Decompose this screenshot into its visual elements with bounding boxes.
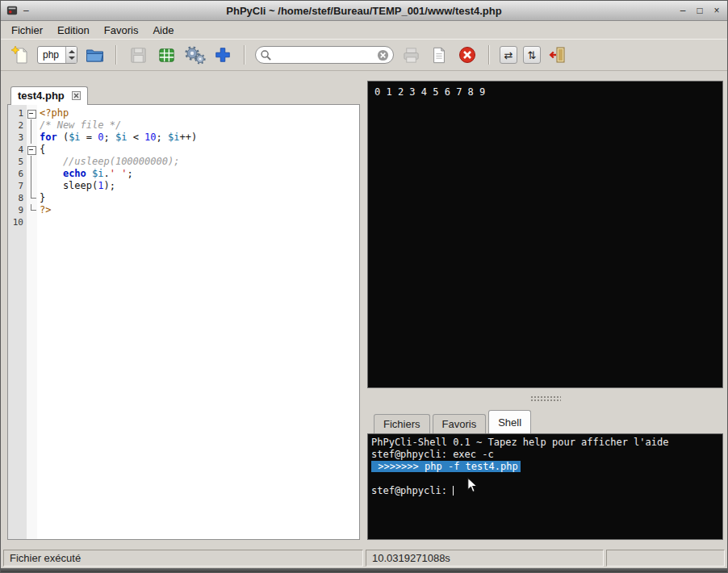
window-shade-button[interactable]: ‒ xyxy=(23,5,29,16)
code-line[interactable]: 6 echo $i.' '; xyxy=(8,168,359,180)
save-button[interactable] xyxy=(127,44,149,66)
code-text: ?> xyxy=(37,204,51,216)
right-panel: 0 1 2 3 4 5 6 7 8 9 FichiersFavorisShell… xyxy=(367,81,723,540)
php-language-select[interactable]: php xyxy=(37,46,77,64)
new-file-icon xyxy=(10,45,30,65)
maximize-button[interactable]: □ xyxy=(695,5,705,16)
code-text: //usleep(100000000); xyxy=(37,156,179,168)
menu-item-fichier[interactable]: Fichier xyxy=(4,23,50,38)
code-token: $i xyxy=(92,168,103,179)
shell-console[interactable]: PhPyCli-Shell 0.1 ~ Tapez help pour affi… xyxy=(367,433,723,540)
plus-icon xyxy=(214,46,232,64)
fold-marker-icon xyxy=(27,168,37,180)
tab-shell[interactable]: Shell xyxy=(488,410,531,433)
main-area: test4.php 1<?php2/* New file */3for ($i … xyxy=(1,71,727,548)
code-text xyxy=(37,216,40,228)
fold-toggle-icon[interactable] xyxy=(27,144,37,156)
code-line[interactable]: 1<?php xyxy=(8,107,359,119)
tab-fichiers[interactable]: Fichiers xyxy=(374,414,430,433)
document-button[interactable] xyxy=(428,44,450,66)
line-number: 1 xyxy=(8,107,27,119)
line-number: 10 xyxy=(8,216,27,228)
fold-marker-icon xyxy=(27,204,37,216)
splitter-grip-icon xyxy=(530,395,561,401)
tab-favoris[interactable]: Favoris xyxy=(433,414,487,433)
code-line[interactable]: 9?> xyxy=(8,204,359,216)
print-button[interactable] xyxy=(400,44,422,66)
toolbar-separator xyxy=(488,45,490,65)
code-text: echo $i.' '; xyxy=(37,168,133,180)
toolbar-separator xyxy=(115,45,117,65)
code-token: = xyxy=(81,132,98,143)
shell-line: stef@phpycli: exec -c xyxy=(371,449,719,461)
grid-export-button[interactable] xyxy=(155,44,178,66)
code-token: ; xyxy=(127,168,132,179)
menu-item-favoris[interactable]: Favoris xyxy=(97,23,146,38)
minimize-button[interactable]: – xyxy=(678,5,688,16)
status-message: Fichier exécuté xyxy=(3,550,363,567)
tab-test4-php[interactable]: test4.php xyxy=(10,86,88,105)
swap-horizontal-button[interactable]: ⇄ xyxy=(500,46,517,64)
shell-line: >>>>>>> php -f test4.php xyxy=(371,461,719,473)
search-input[interactable] xyxy=(275,49,374,61)
new-file-button[interactable] xyxy=(9,44,31,66)
menu-item-aide[interactable]: Aide xyxy=(145,23,181,38)
shell-line-text: PhPyCli-Shell 0.1 ~ Tapez help pour affi… xyxy=(371,437,668,448)
close-button[interactable]: × xyxy=(712,5,722,16)
code-editor[interactable]: 1<?php2/* New file */3for ($i = 0; $i < … xyxy=(7,104,360,540)
code-text: for ($i = 0; $i < 10; $i++) xyxy=(37,132,197,144)
status-execution-time: 10.0319271088s xyxy=(366,550,604,567)
fold-marker-icon xyxy=(27,180,37,192)
code-token: ; xyxy=(157,132,168,143)
fold-toggle-icon[interactable] xyxy=(27,107,37,119)
tab-close-icon[interactable] xyxy=(72,91,81,100)
code-line[interactable]: 2/* New file */ xyxy=(8,119,359,132)
menu-item-edition[interactable]: Edition xyxy=(50,23,97,38)
code-token: ( xyxy=(57,132,69,143)
code-token: echo xyxy=(63,168,86,179)
search-icon xyxy=(260,49,272,61)
code-token: 10 xyxy=(144,132,156,143)
fold-marker-icon xyxy=(27,132,37,144)
code-line[interactable]: 4{ xyxy=(8,144,359,156)
titlebar[interactable]: ‒ PhPyCli ~ /home/stef/Bureau/TEMP_001/w… xyxy=(1,1,727,21)
code-text: { xyxy=(37,144,45,156)
line-number: 3 xyxy=(8,132,27,144)
shell-line: PhPyCli-Shell 0.1 ~ Tapez help pour affi… xyxy=(371,437,719,449)
shell-line xyxy=(371,473,719,485)
folder-icon xyxy=(85,45,105,65)
add-button[interactable] xyxy=(211,44,234,66)
code-token: ++) xyxy=(179,132,197,143)
window-bottom-edge xyxy=(1,568,727,572)
code-token: { xyxy=(40,144,45,155)
code-line[interactable]: 10 xyxy=(8,216,359,228)
code-line[interactable]: 5 //usleep(100000000); xyxy=(8,156,359,168)
search-field[interactable] xyxy=(255,46,394,64)
text-cursor xyxy=(453,486,454,496)
code-text: } xyxy=(37,192,45,204)
stop-button[interactable] xyxy=(456,44,479,66)
open-folder-button[interactable] xyxy=(83,44,106,66)
shell-line-text: stef@phpycli: xyxy=(371,485,453,496)
clear-search-icon[interactable] xyxy=(377,49,389,61)
code-token: //usleep(100000000); xyxy=(40,156,179,167)
menubar: FichierEditionFavorisAide xyxy=(1,21,727,39)
code-token: $i xyxy=(115,132,127,143)
select-spinner-icon[interactable] xyxy=(65,47,77,63)
editor-tabbar: test4.php xyxy=(7,86,360,104)
code-area: 1<?php2/* New file */3for ($i = 0; $i < … xyxy=(8,107,359,228)
grid-icon xyxy=(157,46,176,65)
code-line[interactable]: 3for ($i = 0; $i < 10; $i++) xyxy=(8,132,359,144)
execute-button[interactable] xyxy=(183,44,206,66)
swap-vertical-icon: ⇅ xyxy=(528,49,537,61)
output-console[interactable]: 0 1 2 3 4 5 6 7 8 9 xyxy=(367,81,723,388)
quit-button[interactable] xyxy=(546,44,569,66)
code-line[interactable]: 7 sleep(1); xyxy=(8,180,359,192)
document-icon xyxy=(430,46,448,65)
line-number: 4 xyxy=(8,144,27,156)
swap-vertical-button[interactable]: ⇅ xyxy=(523,46,541,64)
code-token: <?php xyxy=(40,107,69,119)
panel-splitter[interactable] xyxy=(367,388,723,408)
code-line[interactable]: 8} xyxy=(8,192,359,204)
bottom-tabbar: FichiersFavorisShell xyxy=(367,408,723,433)
